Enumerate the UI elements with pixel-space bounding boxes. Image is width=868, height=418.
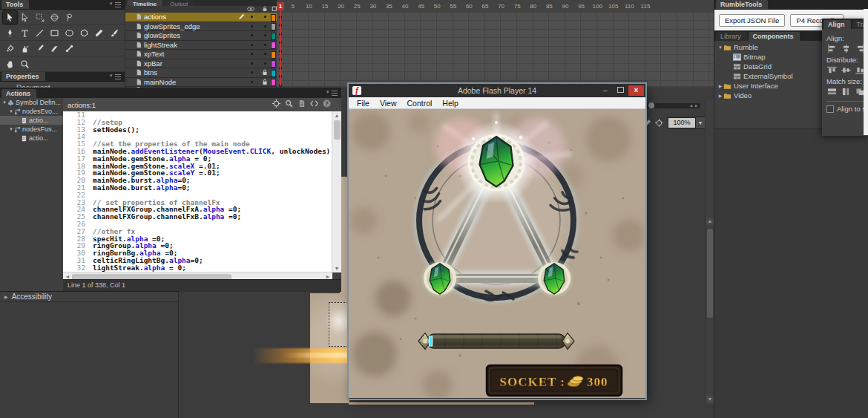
rotate-3d-tool[interactable] [47,11,62,24]
scroll-thumb[interactable] [707,229,713,318]
tab-output[interactable]: Output [164,0,194,6]
scroll-up-icon[interactable]: ▲ [706,218,714,225]
minimize-button[interactable]: – [597,85,613,96]
stage-selection-rect[interactable] [329,302,351,347]
layer-outline-color[interactable] [271,60,276,68]
brush-tool[interactable] [107,27,121,39]
layer-outline-color[interactable] [271,70,276,77]
show-hide-eye-icon[interactable] [247,6,254,12]
eraser-tool[interactable] [47,42,62,55]
node-main[interactable] [455,121,538,204]
oval-tool[interactable] [62,27,76,39]
code-snippets-icon[interactable] [310,99,318,108]
panel-menu-icon[interactable] [110,1,122,7]
layer-visibility-dot[interactable] [251,16,253,18]
layer-visibility-dot[interactable] [251,71,253,74]
menu-help[interactable]: Help [437,99,464,108]
selection-tool[interactable] [3,11,17,24]
script-tree-item[interactable]: actio... [0,134,63,143]
maximize-button[interactable] [613,85,628,96]
align-horizontal-center-icon[interactable] [841,44,852,53]
layer-row-lightStreak[interactable]: lightStreak [125,41,277,50]
properties-panel-tab[interactable]: Properties [1,72,45,81]
layer-visibility-dot[interactable] [251,25,253,27]
layer-outline-color[interactable] [271,33,276,40]
layer-row-glowSprites_edge[interactable]: glowSprites_edge [125,22,277,32]
editor-vertical-scrollbar[interactable]: ▲ ▼ [332,111,341,272]
layer-lock-dot[interactable] [264,44,266,46]
bone-tool[interactable] [62,42,76,55]
tab-library[interactable]: Library [716,32,747,41]
auto-format-icon[interactable] [297,99,306,108]
pencil-tool[interactable] [92,27,106,39]
node-right[interactable] [534,258,574,298]
subselection-tool[interactable] [18,11,32,24]
paint-bucket-tool[interactable] [3,42,17,55]
scroll-down-icon[interactable]: ▼ [706,396,714,403]
layer-outline-color[interactable] [271,51,276,59]
ink-bottle-tool[interactable] [18,42,32,55]
close-button[interactable]: × [628,85,644,96]
script-tab[interactable]: actions:1 [68,101,96,109]
line-tool[interactable] [33,27,47,39]
layer-lock-dot[interactable] [264,25,266,27]
accessibility-header[interactable]: ▶Accessibility [0,292,178,302]
script-tree-item[interactable]: ▼nodesFus... [0,125,63,134]
tab-timeline[interactable]: Timeline [127,0,162,6]
scroll-down-icon[interactable]: ▼ [332,264,341,272]
layer-lock-icon[interactable] [262,79,268,85]
layer-outline-color[interactable] [271,23,276,30]
hand-tool[interactable] [3,58,17,71]
node-left[interactable] [420,258,460,298]
script-tree-item[interactable]: ▼nodesEvo... [0,107,63,116]
playhead[interactable]: 1 [277,2,284,10]
layer-row-mainNode[interactable]: mainNode [125,78,277,88]
rumbletools-panel-tab[interactable]: RumbleTools [716,0,768,9]
distribute-vertical-center-icon[interactable] [841,65,852,75]
actions-panel-tab[interactable]: Actions [1,89,36,98]
free-transform-tool[interactable] [33,11,47,24]
layer-visibility-dot[interactable] [251,44,253,46]
lasso-tool[interactable] [62,11,76,24]
menu-control[interactable]: Control [402,99,438,108]
export-json-button[interactable]: Export JSON File [719,14,785,27]
layer-row-actions[interactable]: actions [125,13,277,22]
pen-tool[interactable] [3,27,17,39]
layer-lock-dot[interactable] [264,16,266,18]
timeline-frames[interactable]: 5101520253035404550556065707580859095100… [277,0,714,88]
match-width-icon[interactable] [826,87,838,97]
layer-lock-icon[interactable] [262,69,268,76]
layer-visibility-dot[interactable] [251,34,253,36]
text-tool[interactable] [18,27,32,39]
socket-button[interactable]: SOCKET : 300 [487,365,622,396]
timeline-ruler[interactable]: 5101520253035404550556065707580859095100… [277,2,714,10]
tools-panel-tab[interactable]: Tools [1,0,29,9]
distribute-top-edge-icon[interactable] [826,65,838,75]
insert-target-path-icon[interactable] [272,99,280,108]
rectangle-tool[interactable] [47,27,62,39]
scroll-thumb[interactable] [334,120,341,140]
menu-file[interactable]: File [352,99,375,108]
layer-lock-dot[interactable] [264,53,266,55]
panel-menu-icon[interactable] [110,74,122,79]
layer-outline-color[interactable] [271,79,276,86]
align-to-stage-checkbox[interactable]: Align to stage [826,105,868,113]
layer-outline-color[interactable] [271,42,276,49]
layer-row-glowSprites[interactable]: glowSprites [125,31,277,41]
layer-lock-dot[interactable] [264,34,266,36]
eyedropper-tool[interactable] [33,42,47,55]
window-title-bar[interactable]: f Adobe Flash Player 14 – × [349,84,645,97]
layer-lock-dot[interactable] [264,62,266,65]
code-editor[interactable]: 1112//setup13setNodes();1415//set the pr… [63,111,332,272]
center-frame-icon[interactable] [653,118,665,128]
layer-visibility-dot[interactable] [251,81,253,83]
tab-components[interactable]: Components [749,32,800,41]
frame-view-slider[interactable]: ▲▲ [642,103,700,108]
layer-row-btns[interactable]: btns [125,68,277,78]
layer-row-xpText[interactable]: xpText [125,50,277,59]
layer-visibility-dot[interactable] [251,53,253,55]
menu-view[interactable]: View [375,99,402,108]
layer-visibility-dot[interactable] [251,62,253,65]
lock-column-icon[interactable] [261,6,269,12]
layer-outline-color[interactable] [271,14,276,22]
